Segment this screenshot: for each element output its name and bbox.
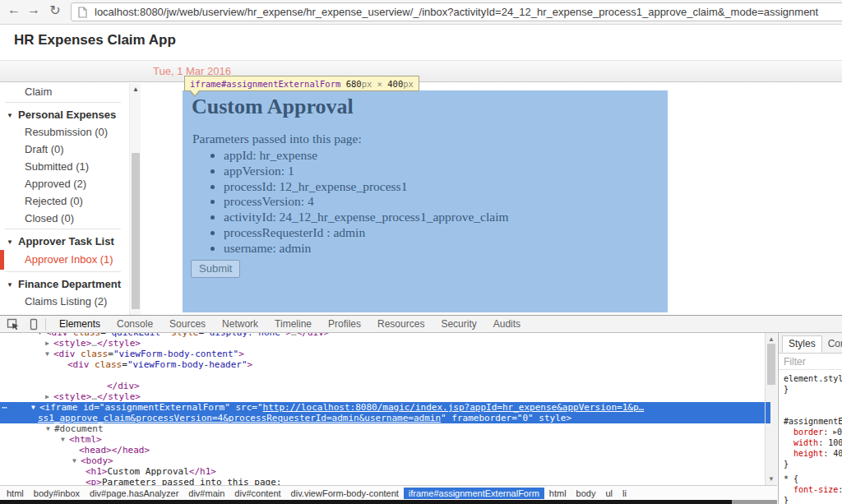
sidebar-item-label: Claims Listing (2) — [25, 295, 107, 307]
sidebar-scrollbar[interactable]: ▲ — [129, 83, 141, 315]
sidebar-item-label: Personal Expenses — [18, 109, 116, 121]
elements-scroll-thumb[interactable] — [767, 344, 775, 385]
param-0: appId: hr_expense — [224, 148, 509, 164]
devtools-tab-audits[interactable]: Audits — [485, 316, 529, 333]
style-line-4[interactable]: #assignmentExternalForm { — [784, 416, 842, 427]
style-line-10[interactable]: font-size: — [784, 484, 842, 495]
scroll-up-icon[interactable]: ▲ — [130, 86, 141, 93]
crumb-body[interactable]: body — [571, 488, 601, 499]
tree-line-7[interactable]: ⋯▼<iframe id="assignmentExternalForm" sr… — [0, 402, 777, 413]
style-line-1[interactable]: } — [784, 384, 842, 395]
devtools-tab-timeline[interactable]: Timeline — [266, 316, 320, 333]
elements-scrollbar[interactable]: ▲ ▼ — [765, 333, 777, 485]
style-line-3[interactable] — [784, 405, 842, 416]
tree-line-13[interactable]: <h1>Custom Approval</h1> — [0, 466, 777, 477]
inspect-size-tooltip: iframe#assignmentExternalForm 680px × 40… — [184, 76, 419, 91]
sidebar-item-label: Approver Task List — [18, 235, 114, 247]
collapse-icon: ▼ — [7, 276, 18, 294]
address-bar[interactable]: localhost:8080/jw/web/userview/hr_expens… — [71, 2, 842, 21]
crumb-div-content[interactable]: div#content — [229, 488, 285, 499]
styles-sidebar: StylesComputed Filter element.style {} #… — [778, 333, 842, 504]
crumb-html[interactable]: html — [2, 488, 29, 499]
inspect-element-icon[interactable] — [7, 318, 20, 334]
devtools-tab-elements[interactable]: Elements — [51, 316, 109, 333]
back-icon[interactable]: ← — [5, 2, 23, 17]
tree-line-4[interactable] — [0, 370, 777, 381]
sidebar-item-resubmission-0[interactable]: Resubmission (0) — [0, 123, 129, 141]
tooltip-selector: iframe#assignmentExternalForm — [190, 79, 340, 89]
tree-line-9[interactable]: ▼#document — [0, 423, 777, 434]
more-actions-icon[interactable]: ⋯ — [2, 402, 8, 413]
devtools-tab-security[interactable]: Security — [433, 316, 484, 333]
style-line-11[interactable]: } — [784, 495, 842, 504]
tree-line-5[interactable]: </div> — [0, 381, 777, 391]
iframe-params-list: appId: hr_expenseappVersion: 1processId:… — [206, 148, 509, 257]
sidebar-item-approver-inbox-1[interactable]: Approver Inbox (1) — [0, 250, 129, 270]
collapse-icon: ▼ — [7, 107, 18, 124]
param-4: activityId: 24_12_hr_expense_process1_ap… — [224, 210, 509, 225]
devtools-tab-resources[interactable]: Resources — [369, 316, 433, 333]
page-title: HR Expenses Claim App — [14, 32, 176, 49]
style-line-7[interactable]: height: 400px — [784, 448, 842, 459]
tree-line-12[interactable]: ▼<body> — [0, 455, 777, 466]
style-line-9[interactable]: * { — [784, 474, 842, 484]
selection-scroll-marker — [766, 402, 770, 423]
style-line-8[interactable]: } — [784, 459, 842, 469]
style-line-5[interactable]: border: ▶0px — [784, 427, 842, 437]
crumb-div-viewform-body-content[interactable]: div.viewForm-body-content — [286, 488, 404, 499]
style-line-6[interactable]: width: 100% — [784, 437, 842, 448]
page-icon — [78, 7, 87, 21]
style-line-2[interactable] — [784, 395, 842, 405]
forward-icon[interactable]: → — [25, 2, 43, 17]
tree-line-6[interactable]: ▶<style>…</style> — [0, 391, 777, 402]
tree-line-11[interactable]: <head></head> — [0, 445, 777, 455]
styles-filter-input[interactable]: Filter — [779, 354, 842, 370]
sidebar-item-claim[interactable]: Claim — [0, 83, 129, 100]
tree-line-10[interactable]: ▼<html> — [0, 434, 777, 445]
reload-icon[interactable]: ↻ — [46, 2, 64, 18]
devtools-tab-network[interactable]: Network — [214, 316, 266, 333]
sidebar-item-label: Rejected (0) — [25, 195, 83, 207]
sidebar-item-draft-0[interactable]: Draft (0) — [0, 141, 129, 158]
sidebar-item-submitted-1[interactable]: Submitted (1) — [0, 158, 129, 175]
device-toolbar-icon[interactable] — [27, 318, 40, 334]
devtools-tabbar: ElementsConsoleSourcesNetworkTimelinePro… — [0, 316, 842, 333]
param-3: processVersion: 4 — [224, 194, 509, 210]
crumb-div-main[interactable]: div#main — [183, 488, 229, 499]
sidebar-item-claims-listing-2[interactable]: Claims Listing (2) — [0, 293, 129, 310]
submit-button[interactable]: Submit — [191, 260, 240, 278]
style-line-0[interactable]: element.style { — [784, 373, 842, 384]
crumb-iframe-assignmentexternalform[interactable]: iframe#assignmentExternalForm — [404, 488, 544, 499]
sidebar-separator — [5, 229, 121, 229]
sidebar-scroll-thumb[interactable] — [132, 153, 140, 309]
crumb-ul[interactable]: ul — [600, 488, 618, 499]
url-text[interactable]: localhost:8080/jw/web/userview/hr_expens… — [95, 3, 818, 21]
scroll-down-icon[interactable]: ▼ — [766, 475, 777, 483]
tree-line-8[interactable]: ss1_approve_claim&processVersion=4&proce… — [0, 413, 777, 423]
devtools-tab-console[interactable]: Console — [109, 316, 161, 333]
tree-line-1[interactable]: ▶<style>…</style> — [0, 338, 777, 349]
devtools-tab-profiles[interactable]: Profiles — [320, 316, 369, 333]
content-header-bar: Tue, 1 Mar 2016 — [0, 60, 842, 82]
scroll-up-icon[interactable]: ▲ — [766, 335, 777, 343]
iframe-highlight-overlay: Custom Approval Parameters passed into t… — [183, 90, 668, 312]
sidebar-item-rejected-0[interactable]: Rejected (0) — [0, 192, 129, 210]
tooltip-height-unit: px — [403, 79, 414, 89]
crumb-div-page-hasanalyzer[interactable]: div#page.hasAnalyzer — [85, 488, 183, 499]
sidebar-item-approved-2[interactable]: Approved (2) — [0, 175, 129, 192]
crumb-li[interactable]: li — [618, 488, 632, 499]
crumb-body-inbox[interactable]: body#inbox — [29, 488, 85, 499]
crumb-html[interactable]: html — [544, 488, 571, 499]
tree-line-14[interactable]: <p>Parameters passed into this page: — [0, 477, 777, 485]
sidebar-item-label: Approved (2) — [25, 178, 86, 190]
sidebar-item-approver-task-list[interactable]: ▼Approver Task List — [0, 233, 129, 250]
tree-line-2[interactable]: ▼<div class="viewForm-body-content"> — [0, 349, 777, 359]
devtools-tab-sources[interactable]: Sources — [161, 316, 214, 333]
sidebar-item-finance-department[interactable]: ▼Finance Department — [0, 275, 129, 293]
styles-tab-styles[interactable]: Styles — [782, 335, 822, 353]
sidebar-separator — [5, 271, 121, 272]
sidebar-item-closed-0[interactable]: Closed (0) — [0, 210, 129, 227]
styles-tab-computed[interactable]: Computed — [822, 336, 842, 352]
tree-line-3[interactable]: <div class="viewForm-body-header"> — [0, 359, 777, 370]
sidebar-item-personal-expenses[interactable]: ▼Personal Expenses — [0, 106, 129, 123]
